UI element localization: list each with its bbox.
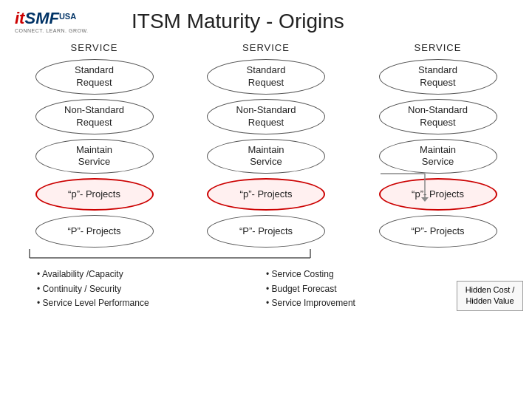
oval-maintain-1: MaintainService [35,139,154,174]
arrow-svg [381,159,462,203]
hidden-cost-line2: Hidden Value [466,296,514,305]
bottom-section: Availability /Capacity Continuity / Secu… [22,264,510,310]
bullet-left-2: Continuity / Security [37,282,266,296]
logo-usa: USA [59,12,76,21]
oval-P-upper-2: “P”- Projects [207,215,325,248]
bullets-left: Availability /Capacity Continuity / Secu… [37,267,266,310]
oval-nonstandard-3: Non-StandardRequest [379,99,497,134]
oval-P-upper-3: “P”- Projects [379,215,497,248]
logo-it: it [15,9,24,27]
main-content: SERVICE StandardRequest Non-StandardRequ… [0,39,532,310]
bullet-left-1: Availability /Capacity [37,267,266,282]
svg-marker-2 [421,197,429,202]
col-header-1: SERVICE [71,42,118,53]
page-title: ITSM Maturity - Origins [132,10,344,33]
oval-maintain-2: MaintainService [207,139,325,174]
oval-standard-1: StandardRequest [35,59,154,95]
oval-nonstandard-1: Non-StandardRequest [35,99,154,134]
column-2: SERVICE StandardRequest Non-StandardRequ… [194,42,338,248]
oval-P-upper-1: “P”- Projects [35,215,154,248]
oval-nonstandard-2: Non-StandardRequest [207,99,325,134]
oval-p-lower-2: “p”- Projects [207,178,325,211]
column-1: SERVICE StandardRequest Non-StandardRequ… [22,42,166,248]
hidden-cost-line1: Hidden Cost / [466,285,515,294]
col-header-3: SERVICE [415,42,462,53]
bullets-left-group: Availability /Capacity Continuity / Secu… [37,265,266,310]
col-header-2: SERVICE [242,42,290,53]
logo: itSMFUSA CONNECT. LEARN. GROW. [15,9,118,33]
hidden-cost-box: Hidden Cost / Hidden Value [457,281,523,311]
oval-standard-3: StandardRequest [379,59,497,95]
logo-smf: SMF [24,9,58,27]
column-3: SERVICE StandardRequest Non-StandardRequ… [366,42,510,248]
logo-tagline: CONNECT. LEARN. GROW. [15,28,89,33]
bracket-svg [22,246,318,261]
header: itSMFUSA CONNECT. LEARN. GROW. ITSM Matu… [0,0,532,39]
columns: SERVICE StandardRequest Non-StandardRequ… [22,42,510,248]
bullet-left-3: Service Level Performance [37,296,266,310]
oval-p-lower-1: “p”- Projects [35,178,154,211]
columns-wrapper: SERVICE StandardRequest Non-StandardRequ… [22,42,510,248]
bullet-right-1: Service Costing [266,267,495,282]
oval-standard-2: StandardRequest [207,59,325,95]
